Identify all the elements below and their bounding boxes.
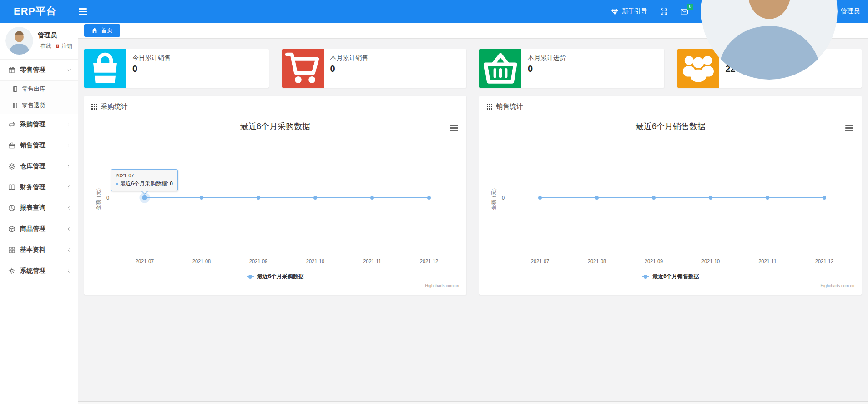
y-axis-tick: 0: [97, 195, 109, 200]
sidebar-item-retail-out[interactable]: 零售出库: [0, 81, 78, 97]
layers-icon: [8, 163, 15, 170]
panel-purchase-stats: 采购统计最近6个月采购数据金额（元）02021-072021-082021-09…: [84, 96, 466, 295]
data-point[interactable]: [200, 196, 203, 200]
journal-icon: [12, 86, 18, 92]
tab-label: 首页: [101, 26, 113, 35]
series-line: [540, 197, 824, 198]
x-axis-label: 2021-07: [531, 259, 549, 264]
message-badge: 0: [687, 4, 693, 10]
sidebar-item-label: 报表查询: [20, 204, 66, 212]
x-axis-label: 2021-11: [363, 259, 381, 264]
bag-icon: [84, 49, 126, 88]
th-grid-icon: [487, 104, 492, 110]
sidebar-item-label: 零售退货: [22, 101, 71, 110]
data-point[interactable]: [538, 196, 542, 200]
y-axis-tick: 0: [493, 195, 505, 200]
panel-title: 销售统计: [496, 102, 523, 111]
panel-sales-stats: 销售统计最近6个月销售数据金额（元）02021-072021-082021-09…: [479, 96, 862, 295]
online-dot: [38, 44, 38, 48]
avatar: [5, 27, 33, 55]
data-point[interactable]: [709, 196, 712, 200]
sidebar-item-label: 商品管理: [20, 225, 66, 233]
gem-icon: [611, 8, 619, 15]
briefcase-icon: [8, 142, 15, 149]
x-axis-label: 2021-08: [192, 259, 211, 264]
x-axis-label: 2021-07: [136, 259, 154, 264]
home-icon: [91, 27, 98, 34]
sidebar-item-label: 基本资料: [20, 246, 66, 254]
online-status: 在线: [40, 42, 51, 50]
export-menu-button[interactable]: [845, 125, 853, 133]
sidebar-item-label: 仓库管理: [20, 162, 66, 170]
submenu-retail: 零售出库零售退货: [0, 80, 78, 114]
credits: Highcharts.com.cn: [425, 284, 459, 288]
sidebar-item-purchase[interactable]: 采购管理: [0, 114, 78, 135]
guide-button[interactable]: 新手引导: [611, 7, 647, 15]
x-axis-label: 2021-10: [701, 259, 720, 264]
data-point[interactable]: [652, 196, 656, 200]
logout-label: 注销: [61, 42, 72, 50]
legend-marker: [247, 274, 254, 279]
data-point[interactable]: [427, 196, 431, 200]
chart-panels: 采购统计最近6个月采购数据金额（元）02021-072021-082021-09…: [84, 96, 862, 295]
sidebar: 管理员 在线 注销 零售管理零售出库零售退货采购管理销售管理仓库管理财务管理报表…: [0, 23, 78, 404]
tooltip-series: 最近6个月采购数据: [120, 180, 167, 187]
export-menu-button[interactable]: [450, 125, 458, 133]
chevron-left-icon: [66, 247, 71, 253]
data-point[interactable]: [823, 196, 826, 200]
book-icon: [8, 184, 15, 191]
x-axis-label: 2021-09: [249, 259, 267, 264]
tooltip-category: 2021-07: [116, 173, 173, 178]
header-actions: 新手引导 0 管理员: [611, 0, 868, 80]
credits: Highcharts.com.cn: [820, 284, 854, 288]
th-grid-icon: [91, 104, 97, 110]
logout-link[interactable]: 注销: [56, 42, 72, 50]
user-name: 管理员: [38, 31, 72, 40]
data-point[interactable]: [766, 196, 769, 200]
sidebar-item-finance[interactable]: 财务管理: [0, 177, 78, 198]
card-label: 今日累计销售: [132, 54, 171, 62]
legend-label: 最近6个月销售数据: [652, 273, 699, 280]
sidebar-item-label: 系统管理: [20, 267, 66, 275]
sidebar-item-goods[interactable]: 商品管理: [0, 219, 78, 239]
sidebar-item-report[interactable]: 报表查询: [0, 198, 78, 219]
chevron-left-icon: [66, 268, 71, 274]
data-point[interactable]: [142, 195, 147, 200]
fullscreen-icon: [660, 8, 668, 15]
data-point[interactable]: [257, 196, 260, 200]
card-value: 0: [132, 64, 171, 74]
data-point[interactable]: [595, 196, 599, 200]
sidebar-item-label: 零售管理: [20, 66, 66, 74]
data-point[interactable]: [370, 196, 374, 200]
basket-icon: [479, 49, 521, 88]
sidebar-item-sales[interactable]: 销售管理: [0, 135, 78, 156]
sidebar-item-basic[interactable]: 基本资料: [0, 239, 78, 260]
sidebar-item-warehouse[interactable]: 仓库管理: [0, 156, 78, 177]
chevron-left-icon: [66, 226, 71, 232]
box-icon: [8, 225, 15, 233]
x-axis-label: 2021-11: [758, 259, 777, 264]
sidebar-collapse-button[interactable]: [76, 4, 90, 19]
fullscreen-button[interactable]: [660, 8, 668, 15]
burger-icon: [845, 125, 853, 131]
x-axis-label: 2021-12: [420, 259, 438, 264]
username: 管理员: [841, 7, 860, 15]
legend[interactable]: 最近6个月采购数据: [84, 273, 466, 280]
sidebar-item-retail-return[interactable]: 零售退货: [0, 97, 78, 114]
data-point[interactable]: [313, 196, 317, 200]
sidebar-item-system[interactable]: 系统管理: [0, 260, 78, 281]
tab-home[interactable]: 首页: [84, 24, 120, 37]
sidebar-item-retail[interactable]: 零售管理: [0, 60, 78, 80]
x-axis-label: 2021-08: [588, 259, 606, 264]
legend[interactable]: 最近6个月销售数据: [479, 273, 862, 280]
user-menu[interactable]: 管理员: [701, 0, 860, 80]
cart-icon: [282, 49, 324, 88]
messages-button[interactable]: 0: [681, 8, 688, 15]
gear-icon: [8, 267, 15, 274]
tooltip-value: 0: [170, 180, 173, 187]
sidebar-item-label: 财务管理: [20, 183, 66, 191]
header-bar: ERP平台 新手引导 0 管理员: [0, 0, 868, 23]
pie-icon: [8, 204, 15, 212]
x-axis-line: [508, 256, 856, 256]
logout-icon: [56, 44, 60, 48]
